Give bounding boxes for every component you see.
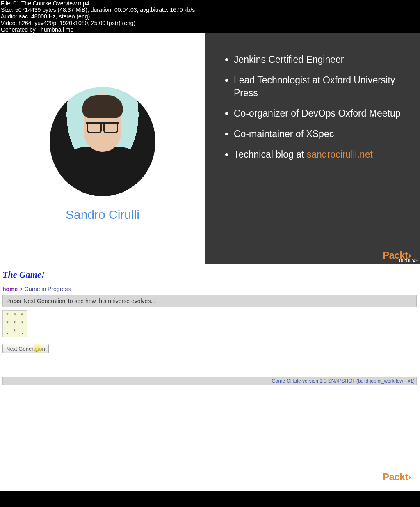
credential-item: Lead Technologist at Oxford University P… [234, 74, 412, 99]
breadcrumb-current: Game in Progress [24, 286, 71, 292]
meta-generated: Generated by Thumbnail me [1, 26, 419, 33]
page-title: The Game! [2, 269, 418, 280]
meta-file: File: 01.The Course Overview.mp4 [1, 0, 419, 7]
breadcrumb-home-link[interactable]: home [2, 286, 18, 292]
grid-cell: * [11, 320, 18, 328]
bottom-strip [0, 491, 420, 507]
grid-cell: * [11, 328, 18, 336]
blog-prefix: Technical blog at [234, 149, 307, 160]
game-grid: * * * * * * . * . [2, 310, 27, 337]
grid-cell: . [18, 328, 26, 336]
packt-logo: Packt› [383, 471, 411, 483]
grid-cell: * [4, 312, 11, 320]
meta-size: Size: 50714439 bytes (48.37 MiB), durati… [1, 7, 419, 13]
credentials-list: Jenkins Certified Engineer Lead Technolo… [221, 53, 412, 161]
credential-item: Co-maintainer of XSpec [234, 128, 412, 140]
video-frame-2: The Game! home > Game in Progress Press … [0, 264, 420, 491]
footer-version-bar: Game Of Life version 1.0-SNAPSHOT (build… [2, 377, 417, 385]
author-credentials-panel: Jenkins Certified Engineer Lead Technolo… [205, 33, 420, 264]
author-name: Sandro Cirulli [66, 208, 139, 222]
author-panel: Sandro Cirulli [0, 33, 205, 264]
grid-cell: * [11, 312, 18, 320]
thumbnail-metadata: File: 01.The Course Overview.mp4 Size: 5… [0, 0, 420, 33]
credential-item-blog: Technical blog at sandrocirulli.net [234, 148, 412, 161]
meta-video: Video: h264, yuv420p, 1920x1080, 25.00 f… [1, 20, 419, 26]
breadcrumb-separator: > [18, 286, 24, 292]
next-generation-label: Next Generation [6, 346, 45, 352]
credential-item: Jenkins Certified Engineer [234, 53, 412, 66]
blog-link[interactable]: sandrocirulli.net [307, 149, 373, 160]
instruction-bar: Press 'Next Generation' to see how this … [2, 295, 417, 307]
credential-item: Co-organizer of DevOps Oxford Meetup [234, 107, 412, 120]
next-generation-button[interactable]: Next Generation ↖ [2, 344, 49, 353]
meta-audio: Audio: aac, 48000 Hz, stereo (eng) [1, 13, 419, 20]
grid-cell: * [18, 312, 26, 320]
author-avatar [50, 87, 155, 196]
grid-cell: * [18, 320, 26, 328]
breadcrumb: home > Game in Progress [2, 286, 418, 292]
grid-cell: * [4, 320, 11, 328]
grid-cell: . [4, 328, 11, 336]
video-frame-1: Sandro Cirulli Jenkins Certified Enginee… [0, 33, 420, 264]
frame-timestamp: 00:01:37 [399, 484, 418, 490]
frame-timestamp: 00:00:49 [399, 258, 418, 264]
